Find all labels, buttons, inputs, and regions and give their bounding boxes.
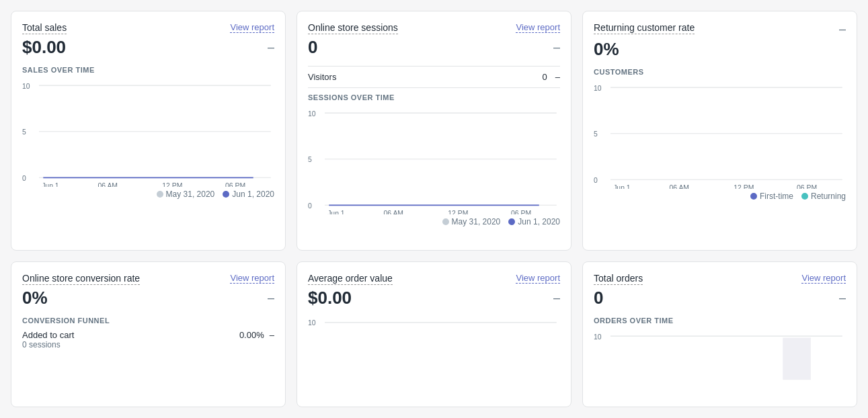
avg-order-card: Average order value View report $0.00 – … [297,261,571,408]
total-orders-value-row: 0 – [594,288,846,308]
returning-legend: First-time Returning [594,192,846,201]
svg-text:5: 5 [308,155,312,164]
legend-may31-label: May 31, 2020 [166,190,215,199]
total-sales-legend: May 31, 2020 Jun 1, 2020 [22,190,274,199]
funnel-item-cart: Added to cart 0.00% – 0 sessions [22,330,274,349]
legend-first-time-dot [750,193,757,200]
visitors-right: 0 – [543,72,560,82]
sales-over-time-label: SALES OVER TIME [22,66,274,74]
avg-order-title: Average order value [308,273,393,285]
svg-text:10: 10 [594,332,602,341]
total-orders-card: Total orders View report 0 – ORDERS OVER… [582,261,857,408]
svg-text:0: 0 [22,173,26,182]
legend-returning-label: Returning [811,192,846,201]
sessions-legend-may31-label: May 31, 2020 [452,217,501,226]
sessions-legend: May 31, 2020 Jun 1, 2020 [308,217,560,226]
online-sessions-title: Online store sessions [308,22,398,34]
svg-text:0: 0 [594,175,598,184]
conversion-rate-header: Online store conversion rate View report [22,273,274,285]
orders-over-time-label: ORDERS OVER TIME [594,317,846,325]
avg-order-value: $0.00 [308,288,352,308]
funnel-item-cart-sub: 0 sessions [22,340,274,349]
total-sales-value: $0.00 [22,37,66,58]
svg-text:10: 10 [308,109,316,118]
legend-may31-dot [157,191,163,198]
online-sessions-value-row: 0 – [308,37,560,58]
svg-text:06 AM: 06 AM [384,209,404,214]
svg-text:Jun 1: Jun 1 [42,181,58,187]
sessions-legend-may31: May 31, 2020 [442,217,501,226]
sessions-legend-may31-dot [442,218,449,225]
online-sessions-chart: 10 5 0 Jun 1 06 AM 12 PM 06 PM [308,107,560,214]
visitors-value: 0 [543,72,547,82]
returning-rate-chart: 10 5 0 Jun 1 06 AM 12 PM 06 PM [594,81,846,189]
svg-text:06 PM: 06 PM [225,181,245,187]
conversion-rate-card: Online store conversion rate View report… [11,261,286,408]
svg-text:5: 5 [594,130,598,138]
svg-text:Jun 1: Jun 1 [327,209,344,214]
svg-text:12 PM: 12 PM [162,181,182,187]
svg-text:10: 10 [594,83,602,92]
svg-text:06 PM: 06 PM [797,183,817,189]
legend-first-time-label: First-time [760,192,793,201]
sessions-legend-jun1: Jun 1, 2020 [508,217,560,226]
svg-text:10: 10 [308,319,316,327]
svg-text:06 AM: 06 AM [670,183,690,189]
sessions-legend-jun1-dot [508,218,515,225]
svg-text:12 PM: 12 PM [734,183,754,189]
customers-label: CUSTOMERS [594,68,846,76]
svg-text:12 PM: 12 PM [448,209,468,214]
returning-rate-value: 0% [594,39,619,60]
total-sales-view-report[interactable]: View report [230,22,274,33]
funnel-item-cart-dash: – [270,330,274,340]
returning-rate-header: Returning customer rate – [594,22,846,36]
svg-text:06 PM: 06 PM [511,209,531,214]
online-sessions-value: 0 [308,37,317,58]
returning-rate-value-row: 0% [594,39,846,60]
avg-order-dash: – [553,291,560,305]
online-sessions-view-report[interactable]: View report [516,22,560,33]
svg-text:0: 0 [308,201,312,210]
avg-order-chart: 10 [308,317,560,384]
total-orders-chart: 10 [594,330,846,384]
conversion-rate-dash: – [268,291,274,305]
avg-order-view-report[interactable]: View report [516,273,560,284]
funnel-item-cart-values: 0.00% – [239,330,274,340]
conversion-funnel-label: CONVERSION FUNNEL [22,317,274,325]
total-orders-value: 0 [594,288,603,308]
legend-returning-dot [801,193,808,200]
conversion-rate-value: 0% [22,288,48,308]
online-sessions-card: Online store sessions View report 0 – Vi… [297,11,571,251]
visitors-label: Visitors [308,72,336,82]
sessions-over-time-label: SESSIONS OVER TIME [308,93,560,101]
online-sessions-dash: – [553,40,560,54]
total-sales-card: Total sales View report $0.00 – SALES OV… [11,11,286,251]
total-orders-view-report[interactable]: View report [801,273,846,284]
total-orders-title: Total orders [594,273,643,285]
dashboard: Total sales View report $0.00 – SALES OV… [0,0,868,418]
sessions-legend-jun1-label: Jun 1, 2020 [518,217,560,226]
total-sales-value-row: $0.00 – [22,37,274,58]
visitors-dash: – [555,72,560,82]
svg-rect-34 [783,337,811,380]
legend-jun1: Jun 1, 2020 [223,190,274,199]
funnel-item-cart-value: 0.00% [239,330,264,340]
returning-rate-header-dash: – [839,22,846,36]
returning-rate-title: Returning customer rate [594,22,695,34]
legend-jun1-label: Jun 1, 2020 [232,190,274,199]
conversion-rate-view-report[interactable]: View report [230,273,274,284]
avg-order-value-row: $0.00 – [308,288,560,308]
svg-text:Jun 1: Jun 1 [613,183,630,189]
svg-text:06 AM: 06 AM [98,181,118,187]
legend-may31: May 31, 2020 [157,190,215,199]
total-sales-chart: 10 5 0 Jun 1 06 AM 12 PM 06 PM [22,79,274,187]
total-sales-title: Total sales [22,22,67,34]
total-sales-header: Total sales View report [22,22,274,34]
avg-order-header: Average order value View report [308,273,560,285]
visitors-row: Visitors 0 – [308,66,560,88]
svg-text:5: 5 [22,128,26,136]
returning-rate-card: Returning customer rate – 0% CUSTOMERS 1… [582,11,857,251]
legend-returning: Returning [801,192,846,201]
svg-text:10: 10 [22,81,30,90]
online-sessions-header: Online store sessions View report [308,22,560,34]
